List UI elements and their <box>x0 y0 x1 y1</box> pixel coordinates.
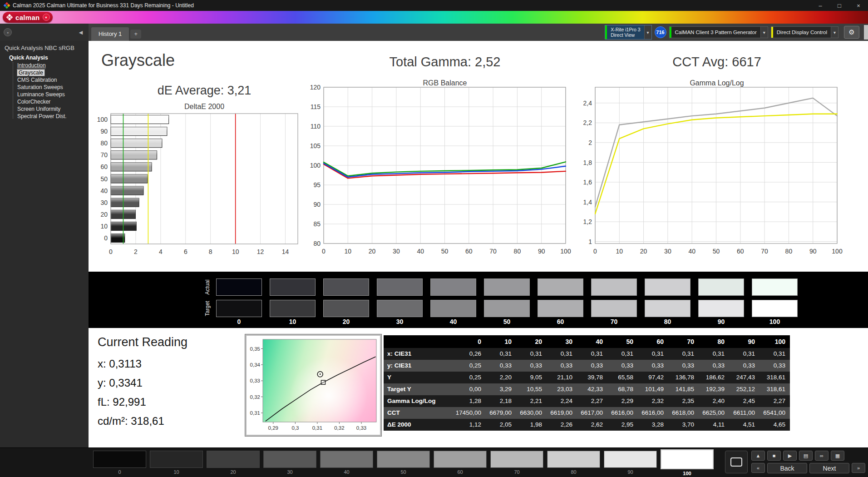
svg-text:70: 70 <box>100 151 108 159</box>
grayscale-ramp-strip: Actual Target 0102030405060708090100 <box>89 272 868 328</box>
swatch-column-label: 0 <box>216 318 262 325</box>
table-cell: 65,58 <box>607 372 638 383</box>
docked-panel-handle[interactable] <box>864 25 868 40</box>
svg-text:2,2: 2,2 <box>583 119 592 126</box>
swatch-column-label: 20 <box>323 318 369 325</box>
table-col-header: 10 <box>486 335 516 348</box>
pattern-window-button[interactable] <box>725 451 748 473</box>
target-swatch-80 <box>645 300 690 317</box>
svg-text:8: 8 <box>209 248 212 255</box>
pattern-generator-name: CalMAN Client 3 Pattern Generator <box>671 27 760 38</box>
sidebar-item-grayscale[interactable]: Grayscale <box>0 70 89 77</box>
stop-button[interactable]: ■ <box>767 451 781 461</box>
svg-text:120: 120 <box>310 84 321 91</box>
sidebar-item-saturation-sweeps[interactable]: Saturation Sweeps <box>0 84 89 91</box>
page-first-button[interactable]: « <box>751 463 765 473</box>
back-button[interactable]: Back <box>767 463 807 473</box>
sidebar-item-luminance-sweeps[interactable]: Luminance Sweeps <box>0 91 89 99</box>
pattern-level-50[interactable]: 50 <box>377 451 430 476</box>
settings-button[interactable]: ⚙ <box>844 26 859 39</box>
svg-text:95: 95 <box>313 181 321 189</box>
pattern-level-10[interactable]: 10 <box>150 451 203 476</box>
svg-text:50: 50 <box>713 248 720 255</box>
pattern-level-40[interactable]: 40 <box>320 451 373 476</box>
table-cell: 2,26 <box>547 419 577 431</box>
table-cell: 0,31 <box>486 348 516 360</box>
continuous-measure-button[interactable]: ∞ <box>815 451 829 461</box>
pattern-swatch <box>661 449 714 469</box>
sidebar-item-cms-calibration[interactable]: CMS Calibration <box>0 77 89 84</box>
add-tab-button[interactable]: + <box>130 30 141 39</box>
display-control-select[interactable]: Direct Display Control ▾ <box>771 26 838 38</box>
pattern-level-20[interactable]: 20 <box>207 451 260 476</box>
svg-text:80: 80 <box>514 248 521 255</box>
table-cell: 6617,00 <box>577 407 607 419</box>
pattern-label: 20 <box>207 469 260 475</box>
display-control-name: Direct Display Control <box>773 27 831 38</box>
calman-menu-button[interactable]: calman ▾ <box>3 12 53 23</box>
sidebar-item-introduction[interactable]: Introduction <box>0 62 89 70</box>
table-cell: 0,31 <box>577 348 607 360</box>
table-row-label: ΔE 2000 <box>384 419 455 431</box>
pattern-level-30[interactable]: 30 <box>263 451 316 476</box>
all-screens-button[interactable]: ▦ <box>831 451 844 461</box>
app-icon <box>4 2 10 9</box>
sidebar-item-screen-uniformity[interactable]: Screen Uniformity <box>0 106 89 113</box>
table-cell: 6611,00 <box>729 407 760 419</box>
collapse-sidebar-button[interactable]: ◀ <box>77 30 85 35</box>
loop-icon: ∞ <box>820 453 824 458</box>
sidebar-item-spectral-power-dist[interactable]: Spectral Power Dist. <box>0 113 89 120</box>
table-cell: 2,27 <box>577 395 607 407</box>
reading-cdm2: cd/m²: 318,61 <box>98 412 164 431</box>
svg-text:115: 115 <box>311 103 321 110</box>
svg-text:0,32: 0,32 <box>334 425 344 431</box>
actual-swatch-50 <box>484 278 530 296</box>
tree-root-quick-analysis[interactable]: Quick Analysis <box>0 53 89 62</box>
results-table: 0102030405060708090100x: CIE310,260,310,… <box>384 335 790 431</box>
tab-history-1[interactable]: History 1 <box>91 27 129 41</box>
next-button[interactable]: Next <box>809 463 849 473</box>
swatch-column-label: 10 <box>270 318 316 325</box>
svg-text:20: 20 <box>100 211 108 218</box>
pattern-generator-select[interactable]: CalMAN Client 3 Pattern Generator ▾ <box>669 26 768 38</box>
svg-text:2: 2 <box>588 139 592 146</box>
table-cell: 42,33 <box>577 383 607 395</box>
table-cell: 0,31 <box>699 348 729 360</box>
table-cell: 39,78 <box>577 372 607 383</box>
svg-text:70: 70 <box>761 248 768 255</box>
pattern-level-90[interactable]: 90 <box>604 451 657 476</box>
table-cell: 3,29 <box>486 383 516 395</box>
maximize-button[interactable]: □ <box>830 0 849 11</box>
table-cell: 6616,00 <box>638 407 668 419</box>
pattern-label: 0 <box>93 469 146 475</box>
svg-text:40: 40 <box>688 248 695 255</box>
pattern-swatch <box>604 451 657 468</box>
calman-logo-icon <box>6 14 13 20</box>
pattern-level-70[interactable]: 70 <box>490 451 543 476</box>
pattern-level-100[interactable]: 100 <box>661 451 714 476</box>
page-last-button[interactable]: » <box>852 463 865 473</box>
table-cell: 6616,00 <box>607 407 638 419</box>
app-window: Calman 2025 Calman Ultimate for Business… <box>0 0 868 477</box>
measure-button[interactable]: ▶ <box>783 451 797 461</box>
pattern-level-60[interactable]: 60 <box>434 451 487 476</box>
table-cell: 2,32 <box>638 395 668 407</box>
svg-text:10: 10 <box>616 248 623 255</box>
table-row-label: Target Y <box>384 383 455 395</box>
workflow-title: Quick Analysis NBC sRGB <box>0 41 89 53</box>
meter-select[interactable]: X-Rite i1Pro 3 Direct View ▾ <box>605 25 651 40</box>
close-button[interactable]: × <box>849 0 868 11</box>
table-cell: 2,45 <box>729 395 760 407</box>
sidebar-item-colorchecker[interactable]: ColorChecker <box>0 99 89 106</box>
table-cell: 247,43 <box>729 372 760 383</box>
table-cell: 318,61 <box>760 372 790 383</box>
svg-text:100: 100 <box>97 116 108 123</box>
save-button[interactable]: ▤ <box>799 451 813 461</box>
minimize-button[interactable]: – <box>811 0 830 11</box>
svg-text:0,33: 0,33 <box>250 378 260 383</box>
scroll-up-button[interactable]: ▲ <box>751 451 765 461</box>
pattern-level-80[interactable]: 80 <box>547 451 600 476</box>
actual-swatch-100 <box>752 278 798 296</box>
workspace-menu-button[interactable]: ● <box>4 28 12 36</box>
pattern-level-0[interactable]: 0 <box>93 451 146 476</box>
